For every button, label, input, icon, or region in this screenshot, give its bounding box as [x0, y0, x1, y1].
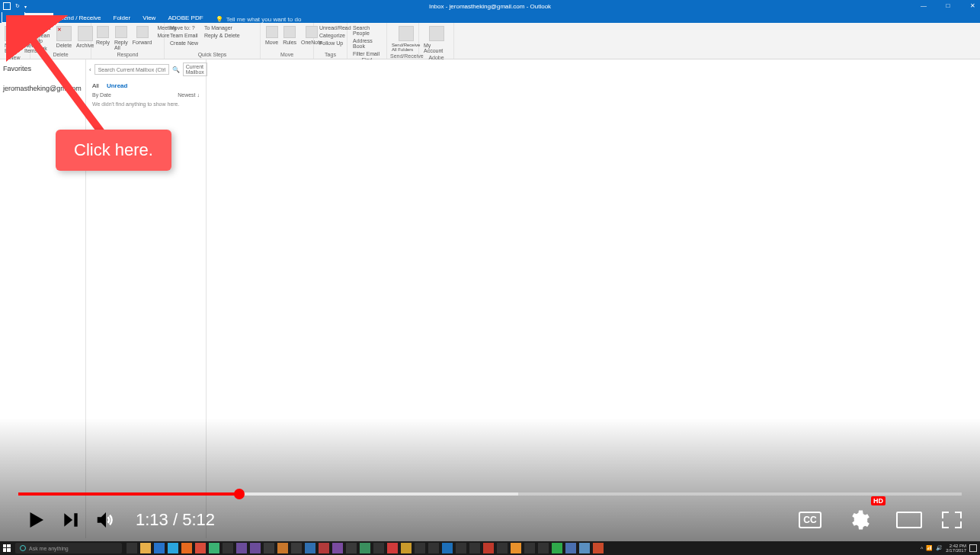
- new-email-label: New Email: [5, 43, 20, 53]
- search-scope-dropdown[interactable]: Current Mailbox: [183, 63, 207, 76]
- tab-file[interactable]: File: [2, 11, 25, 23]
- action-center-icon[interactable]: [969, 544, 977, 552]
- app-icon-28[interactable]: [579, 543, 590, 553]
- app-icon-1[interactable]: [209, 543, 219, 553]
- qs-moveto[interactable]: Move to: ?: [168, 24, 200, 31]
- search-people-input[interactable]: Search People: [351, 24, 383, 37]
- windows-taskbar: Ask me anything: [0, 541, 980, 555]
- app-icon-8[interactable]: [305, 543, 315, 553]
- ie-icon[interactable]: [168, 543, 178, 553]
- tray-chevron-icon[interactable]: ^: [921, 546, 923, 551]
- video-progress-track[interactable]: [18, 492, 962, 496]
- tab-adobe-pdf[interactable]: ADOBE PDF: [162, 13, 209, 23]
- start-button[interactable]: [0, 541, 14, 555]
- taskbar-date: 2/17/2017: [946, 548, 966, 553]
- rules-button[interactable]: Rules: [281, 24, 298, 47]
- sort-newest[interactable]: Newest ↓: [178, 92, 200, 98]
- new-email-button[interactable]: New Email: [3, 24, 21, 55]
- reply-button[interactable]: Reply: [94, 24, 111, 47]
- app-icon-27[interactable]: [565, 543, 576, 553]
- filter-email-button[interactable]: Filter Email: [351, 50, 383, 57]
- app-icon-29[interactable]: [593, 543, 604, 553]
- app-icon-11[interactable]: [346, 543, 357, 553]
- taskbar-clock[interactable]: 2:42 PM 2/17/2017: [946, 544, 966, 553]
- captions-button[interactable]: CC: [799, 512, 821, 528]
- tab-home[interactable]: Home: [25, 13, 53, 23]
- favorites-header[interactable]: Favorites: [3, 63, 82, 75]
- app-icon-10[interactable]: [332, 543, 343, 553]
- app-icon-21[interactable]: [483, 543, 494, 553]
- tell-me-search[interactable]: 💡 Tell me what you want to do: [216, 16, 302, 23]
- taskview-icon[interactable]: [127, 543, 137, 553]
- account-header[interactable]: jeromastheking@gm...om: [3, 82, 82, 95]
- app-icon-16[interactable]: [415, 543, 425, 553]
- close-button[interactable]: ✕: [968, 2, 977, 10]
- app-icon-15[interactable]: [401, 543, 412, 553]
- edge-icon[interactable]: [154, 543, 165, 553]
- cortana-search[interactable]: Ask me anything: [15, 543, 122, 553]
- my-account-button[interactable]: My Account: [422, 24, 450, 55]
- fullscreen-button[interactable]: [942, 512, 962, 528]
- app-icon-26[interactable]: [552, 543, 562, 553]
- app-icon-7[interactable]: [291, 543, 302, 553]
- junk-button[interactable]: Junk: [34, 45, 53, 52]
- ignore-button[interactable]: Ignore: [34, 24, 53, 31]
- cleanup-button[interactable]: Clean Up: [34, 32, 53, 44]
- svg-rect-1: [3, 544, 6, 547]
- minimize-button[interactable]: —: [919, 2, 928, 10]
- move-button[interactable]: Move: [264, 24, 280, 47]
- chrome-icon[interactable]: [195, 543, 206, 553]
- tab-folder[interactable]: Folder: [107, 13, 137, 23]
- app-icon-3[interactable]: [236, 543, 247, 553]
- tab-send-receive[interactable]: Send / Receive: [53, 13, 107, 23]
- app-icon-22[interactable]: [497, 543, 508, 553]
- rules-label: Rules: [283, 40, 296, 45]
- tab-view[interactable]: View: [136, 13, 162, 23]
- app-icon-9[interactable]: [319, 543, 329, 553]
- theater-mode-button[interactable]: [896, 512, 922, 528]
- delete-button[interactable]: ✕ Delete: [55, 24, 73, 50]
- volume-button[interactable]: [88, 502, 123, 537]
- app-icon-6[interactable]: [277, 543, 288, 553]
- app-icon-20[interactable]: [469, 543, 480, 553]
- qs-create[interactable]: Create New: [168, 40, 200, 47]
- qat-dropdown-icon[interactable]: ▾: [24, 4, 27, 9]
- app-icon-14[interactable]: [387, 543, 398, 553]
- app-icon-18[interactable]: [442, 543, 453, 553]
- filter-unread[interactable]: Unread: [107, 82, 128, 89]
- next-button[interactable]: [53, 502, 88, 537]
- app-icon-23[interactable]: [511, 543, 521, 553]
- firefox-icon[interactable]: [181, 543, 192, 553]
- cortana-placeholder: Ask me anything: [29, 546, 69, 551]
- qs-replydelete[interactable]: Reply & Delete: [202, 32, 242, 39]
- app-icon-25[interactable]: [538, 543, 549, 553]
- collapse-icon[interactable]: ‹: [89, 66, 91, 73]
- app-icon-13[interactable]: [373, 543, 384, 553]
- address-book-button[interactable]: Address Book: [351, 37, 383, 50]
- bulb-icon: 💡: [216, 16, 223, 23]
- app-icon-19[interactable]: [456, 543, 466, 553]
- video-scrubber[interactable]: [234, 489, 245, 499]
- maximize-button[interactable]: □: [943, 2, 953, 10]
- settings-button[interactable]: HD: [841, 502, 876, 537]
- app-icon-17[interactable]: [428, 543, 439, 553]
- reply-all-button[interactable]: Reply All: [113, 24, 130, 52]
- forward-button[interactable]: Forward: [131, 24, 154, 47]
- qs-tomanager[interactable]: To Manager: [202, 24, 242, 31]
- file-explorer-icon[interactable]: [140, 543, 151, 553]
- mailbox-search-input[interactable]: [94, 64, 169, 75]
- app-icon-2[interactable]: [223, 543, 233, 553]
- tray-network-icon[interactable]: 📶: [926, 545, 933, 551]
- app-icon-12[interactable]: [360, 543, 370, 553]
- qs-team[interactable]: Team Email: [168, 32, 200, 39]
- filter-all[interactable]: All: [92, 82, 99, 89]
- search-icon[interactable]: 🔍: [172, 66, 180, 73]
- play-button[interactable]: [18, 502, 53, 537]
- send-receive-all-button[interactable]: Send/Receive All Folders: [390, 24, 421, 53]
- app-icon-5[interactable]: [264, 543, 274, 553]
- app-icon-4[interactable]: [250, 543, 261, 553]
- sort-bydate[interactable]: By Date: [92, 92, 111, 98]
- app-icon-24[interactable]: [524, 543, 535, 553]
- tray-volume-icon[interactable]: 🔊: [936, 545, 943, 551]
- qat-save-icon[interactable]: ↻: [15, 3, 20, 9]
